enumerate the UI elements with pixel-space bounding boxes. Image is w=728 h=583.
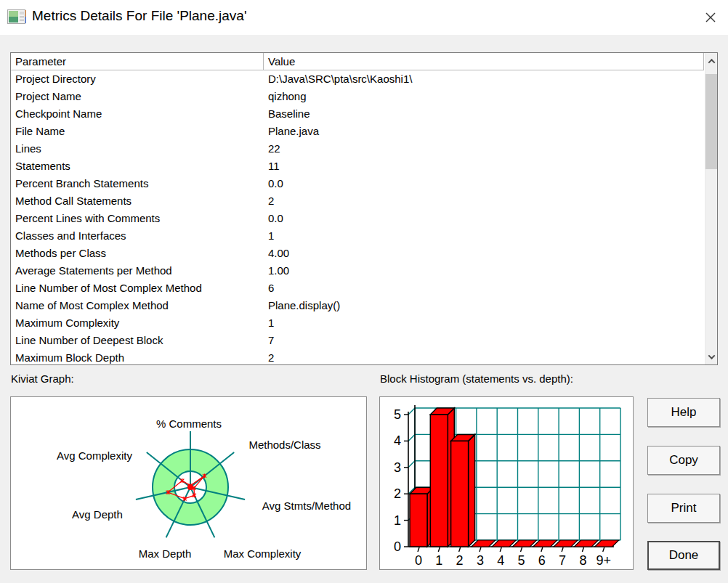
- chevron-down-icon: [708, 352, 716, 359]
- column-header-parameter[interactable]: Parameter: [11, 53, 264, 70]
- kiviat-chart: % CommentsMethods/ClassAvg Stmts/MethodM…: [10, 396, 367, 570]
- value-cell: 11: [264, 158, 704, 175]
- table-row[interactable]: File NamePlane.java: [11, 123, 704, 140]
- svg-text:1: 1: [435, 553, 442, 568]
- value-cell: 7: [264, 332, 704, 349]
- svg-text:6: 6: [538, 553, 546, 568]
- svg-text:7: 7: [559, 553, 566, 568]
- svg-text:3: 3: [477, 553, 484, 568]
- table-row[interactable]: Lines22: [11, 140, 704, 158]
- value-cell: 1: [264, 227, 704, 245]
- table-row[interactable]: Statements11: [11, 158, 704, 175]
- table-row[interactable]: Project Nameqizhong: [11, 88, 704, 105]
- table-row[interactable]: Percent Branch Statements0.0: [11, 175, 704, 192]
- vertical-scrollbar[interactable]: [705, 53, 717, 364]
- svg-text:Avg Stmts/Method: Avg Stmts/Method: [262, 500, 351, 512]
- close-button[interactable]: [697, 4, 724, 30]
- parameter-cell: Percent Branch Statements: [11, 175, 264, 192]
- parameter-cell: Checkpoint Name: [11, 105, 264, 123]
- window-title: Metrics Details For File 'Plane.java': [32, 8, 247, 24]
- svg-text:Max Depth: Max Depth: [139, 547, 192, 560]
- table-row[interactable]: Methods per Class4.00: [11, 245, 704, 262]
- parameter-cell: Average Statements per Method: [11, 262, 264, 280]
- parameter-cell: Name of Most Complex Method: [11, 297, 264, 314]
- svg-text:8: 8: [579, 553, 586, 568]
- scroll-up-button[interactable]: [705, 53, 718, 69]
- parameter-cell: Statements: [11, 158, 264, 175]
- dialog-window: Metrics Details For File 'Plane.java' Pa…: [0, 0, 728, 583]
- parameter-cell: File Name: [11, 123, 264, 140]
- app-icon: [7, 9, 26, 25]
- parameter-cell: Classes and Interfaces: [11, 227, 264, 245]
- value-cell: Plane.java: [264, 123, 704, 140]
- table-row[interactable]: Method Call Statements2: [11, 192, 704, 210]
- value-cell: D:\Java\SRC\pta\src\Kaoshi1\: [264, 70, 704, 88]
- value-cell: 22: [264, 140, 704, 158]
- svg-text:0: 0: [394, 539, 401, 554]
- parameter-cell: Project Name: [11, 88, 264, 105]
- table-rows: Project DirectoryD:\Java\SRC\pta\src\Kao…: [11, 70, 704, 365]
- scroll-thumb[interactable]: [705, 74, 718, 169]
- svg-text:3: 3: [394, 460, 401, 475]
- histogram-section-label: Block Histogram (statements vs. depth):: [380, 372, 573, 385]
- kiviat-section-label: Kiviat Graph:: [11, 372, 74, 385]
- svg-text:2: 2: [456, 553, 464, 568]
- svg-text:5: 5: [517, 553, 525, 568]
- table-row[interactable]: Name of Most Complex MethodPlane.display…: [11, 297, 704, 314]
- table-row[interactable]: Average Statements per Method1.00: [11, 262, 704, 280]
- svg-text:2: 2: [394, 486, 401, 501]
- value-cell: 2: [264, 349, 704, 365]
- table-row[interactable]: Percent Lines with Comments0.0: [11, 210, 704, 227]
- close-icon: [704, 11, 717, 24]
- svg-text:Avg Complexity: Avg Complexity: [57, 449, 132, 462]
- value-cell: 1.00: [264, 262, 704, 280]
- svg-text:5: 5: [394, 407, 401, 422]
- parameter-cell: Line Number of Deepest Block: [11, 332, 264, 349]
- table-header: Parameter Value: [11, 53, 704, 70]
- value-cell: qizhong: [264, 88, 704, 105]
- table-row[interactable]: Checkpoint NameBaseline: [11, 105, 704, 123]
- svg-text:0: 0: [415, 553, 422, 568]
- svg-text:1: 1: [394, 513, 401, 528]
- svg-text:Max Complexity: Max Complexity: [224, 547, 302, 560]
- value-cell: 0.0: [264, 175, 704, 192]
- table-row[interactable]: Maximum Complexity1: [11, 314, 704, 332]
- copy-button[interactable]: Copy: [647, 446, 720, 475]
- parameter-cell: Project Directory: [11, 70, 264, 88]
- svg-text:4: 4: [497, 553, 504, 568]
- value-cell: 4.00: [264, 245, 704, 262]
- parameter-cell: Percent Lines with Comments: [11, 210, 264, 227]
- parameter-cell: Line Number of Most Complex Method: [11, 280, 264, 297]
- svg-text:% Comments: % Comments: [156, 417, 222, 430]
- table-row[interactable]: Line Number of Deepest Block7: [11, 332, 704, 349]
- histogram-chart: 0123450123456789+: [379, 396, 634, 570]
- svg-text:Methods/Class: Methods/Class: [248, 439, 320, 451]
- scroll-down-button[interactable]: [705, 348, 718, 364]
- value-cell: 0.0: [264, 210, 704, 227]
- column-header-value[interactable]: Value: [264, 53, 703, 70]
- table-row[interactable]: Project DirectoryD:\Java\SRC\pta\src\Kao…: [11, 70, 704, 88]
- help-button[interactable]: Help: [647, 398, 720, 427]
- parameter-cell: Maximum Complexity: [11, 314, 264, 332]
- table-row[interactable]: Classes and Interfaces1: [11, 227, 704, 245]
- svg-text:9+: 9+: [596, 553, 611, 568]
- value-cell: 6: [264, 280, 704, 297]
- print-button[interactable]: Print: [647, 494, 720, 523]
- value-cell: 1: [264, 314, 704, 332]
- chevron-up-icon: [708, 58, 716, 65]
- value-cell: Baseline: [264, 105, 704, 123]
- table-row[interactable]: Line Number of Most Complex Method6: [11, 280, 704, 297]
- parameter-cell: Methods per Class: [11, 245, 264, 262]
- done-button[interactable]: Done: [647, 541, 720, 570]
- table-row[interactable]: Maximum Block Depth2: [11, 349, 704, 365]
- value-cell: 2: [264, 192, 704, 210]
- value-cell: Plane.display(): [264, 297, 704, 314]
- parameter-cell: Lines: [11, 140, 264, 158]
- svg-text:Avg Depth: Avg Depth: [72, 508, 123, 521]
- parameter-cell: Maximum Block Depth: [11, 349, 264, 365]
- parameter-cell: Method Call Statements: [11, 192, 264, 210]
- metrics-table[interactable]: Parameter Value Project DirectoryD:\Java…: [10, 52, 718, 365]
- titlebar: Metrics Details For File 'Plane.java': [0, 0, 728, 35]
- svg-text:4: 4: [394, 433, 401, 448]
